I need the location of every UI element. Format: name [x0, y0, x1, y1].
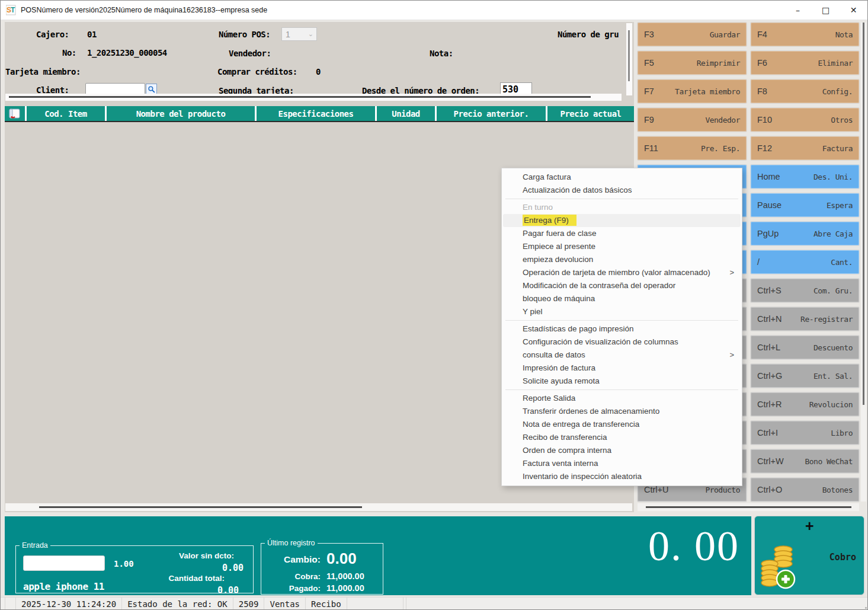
menu-item-operacion-tarjeta-miembro[interactable]: Operación de tarjeta de miembro (valor a…: [502, 266, 742, 279]
keypad-button-factura[interactable]: F12Factura: [751, 136, 859, 160]
keypad-button-reimprimir[interactable]: F5Reimprimir: [638, 51, 747, 75]
valor-sin-dcto-value: 0.00: [222, 563, 244, 573]
key-cap: Ctrl+U: [644, 485, 669, 494]
menu-item-bloqueo-maquina[interactable]: bloqueo de máquina: [502, 292, 742, 305]
cobro-button[interactable]: + Cobro: [754, 516, 864, 595]
menu-item-estadisticas-pago[interactable]: Estadísticas de pago impresión: [502, 322, 742, 336]
key-cap: Ctrl+S: [757, 286, 781, 295]
keypad-button-libro[interactable]: Ctrl+ILibro: [751, 421, 859, 445]
menu-item-label: empieza devolucion: [523, 255, 593, 264]
key-cap: Ctrl+L: [757, 343, 780, 352]
menu-item-actualizacion-datos[interactable]: Actualización de datos básicos: [502, 184, 742, 197]
keypad-horizontal-scrollbar[interactable]: [638, 503, 859, 511]
key-cap: F9: [644, 115, 654, 124]
window-title: POSNúmero de versión2025Número de máquin…: [21, 6, 267, 14]
menu-item-nota-entrega-transferencia[interactable]: Nota de entrega de transferencia: [502, 418, 742, 431]
keypad-button-des-uni[interactable]: HomeDes. Uni.: [751, 165, 859, 189]
cajero-label: Cajero:: [36, 30, 69, 39]
menu-item-modificacion-contrasena[interactable]: Modificación de la contraseña del operad…: [502, 279, 742, 292]
nota-label: Nota:: [430, 49, 453, 58]
keypad-button-revolucion[interactable]: Ctrl+RRevolucion: [751, 392, 859, 416]
keypad-button-abre-caja[interactable]: PgUpAbre Caja: [751, 222, 859, 245]
key-function: Revolucion: [809, 400, 853, 409]
window-controls: – □ ✕: [784, 1, 867, 20]
maximize-button[interactable]: □: [812, 1, 840, 20]
menu-item-pagar-fuera-clase[interactable]: Pagar fuera de clase: [502, 227, 742, 240]
menu-item-y-piel[interactable]: Y piel: [502, 305, 742, 318]
column-header-unidad[interactable]: Unidad: [377, 106, 435, 121]
menu-item-factura-venta-interna[interactable]: Factura venta interna: [502, 457, 742, 470]
keypad-vertical-scrollbar[interactable]: [861, 23, 866, 502]
menu-separator: [505, 199, 738, 199]
column-header-precio-anterior[interactable]: Precio anterior.: [437, 106, 546, 121]
comprar-creditos-label: Comprar créditos:: [217, 67, 297, 76]
keypad-button-nota[interactable]: F4Nota: [751, 23, 859, 46]
menu-item-transferir-ordenes[interactable]: Transferir órdenes de almacenamiento: [502, 405, 742, 418]
key-cap: F4: [757, 30, 767, 39]
menu-item-ayuda-remota[interactable]: Solicite ayuda remota: [502, 375, 742, 388]
keypad-button-com-gru[interactable]: Ctrl+SCom. Gru.: [751, 279, 859, 302]
minimize-button[interactable]: –: [784, 1, 812, 20]
form-vertical-scrollbar[interactable]: [626, 23, 632, 95]
keypad-button-otros[interactable]: F10Otros: [751, 108, 859, 132]
keypad-button-guardar[interactable]: F3Guardar: [638, 23, 747, 46]
column-header-precio-actual[interactable]: Precio actual: [547, 106, 634, 121]
menu-separator: [505, 320, 738, 321]
keypad-button-bono-wechat[interactable]: Ctrl+WBono WeChat: [751, 449, 859, 473]
resize-grip[interactable]: [865, 607, 867, 609]
keypad-button-pre-esp[interactable]: F11Pre. Esp.: [638, 136, 747, 160]
entrada-product-name: apple iphone 11: [23, 581, 104, 592]
keypad-button-botones[interactable]: Ctrl+OBotones: [751, 478, 859, 502]
checkout-panel: Entrada 1.00 apple iphone 11 Valor sin d…: [5, 516, 751, 595]
menu-item-label: bloqueo de máquina: [523, 294, 595, 303]
menu-item-consulta-datos[interactable]: consulta de datos>: [502, 349, 742, 362]
table-horizontal-scrollbar[interactable]: [5, 503, 632, 511]
column-header-cod-item[interactable]: Cod. Item: [27, 106, 105, 121]
menu-item-inventario-inspeccion[interactable]: Inventario de inspección aleatoria: [502, 470, 742, 483]
key-function: Des. Uni.: [813, 173, 853, 181]
keypad-button-eliminar[interactable]: F6Eliminar: [751, 51, 859, 75]
keypad-button-espera[interactable]: PauseEspera: [751, 193, 859, 217]
menu-item-recibo-transferencia[interactable]: Recibo de transferencia: [502, 431, 742, 444]
menu-item-carga-factura[interactable]: Carga factura: [502, 171, 742, 184]
receipt-icon-cell: [5, 106, 25, 121]
key-cap: F3: [644, 30, 654, 39]
keypad-button-cant[interactable]: /Cant.: [751, 250, 859, 274]
menu-item-empieza-devolucion[interactable]: empieza devolucion: [502, 253, 742, 266]
column-header-nombre[interactable]: Nombre del producto: [107, 106, 255, 121]
keypad-button-vendedor[interactable]: F9Vendedor: [638, 108, 747, 132]
key-function: Nota: [835, 30, 853, 39]
menu-item-empiece-al-presente[interactable]: Empiece al presente: [502, 240, 742, 253]
menu-item-configuracion-columnas[interactable]: Configuración de visualización de column…: [502, 336, 742, 349]
keypad-button-descuento[interactable]: Ctrl+LDescuento: [751, 336, 859, 359]
scrollbar-thumb[interactable]: [646, 506, 851, 508]
menu-item-orden-compra-interna[interactable]: Orden de compra interna: [502, 444, 742, 457]
scrollbar-thumb[interactable]: [628, 30, 630, 81]
scrollbar-thumb[interactable]: [9, 96, 591, 98]
scrollbar-thumb[interactable]: [39, 506, 362, 508]
keypad-button-re-registrar[interactable]: Ctrl+NRe-registrar: [751, 307, 859, 331]
segunda-tarjeta-label: Segunda tarjeta:: [219, 86, 294, 94]
entrada-legend: Entrada: [20, 541, 50, 550]
close-button[interactable]: ✕: [840, 1, 867, 20]
keypad-button-ent-sal[interactable]: Ctrl+GEnt. Sal.: [751, 364, 859, 388]
key-cap: Ctrl+R: [757, 400, 782, 409]
menu-item-entrega-f9[interactable]: Entrega (F9): [503, 214, 741, 227]
key-cap: F6: [757, 58, 767, 68]
menu-item-label: Reporte Salida: [523, 394, 575, 403]
numero-pos-select[interactable]: 1 ⌄: [281, 27, 317, 41]
submenu-arrow-icon: >: [729, 349, 734, 362]
key-function: Otros: [831, 116, 853, 124]
entrada-input[interactable]: [23, 555, 105, 571]
menu-item-impresion-factura[interactable]: Impresión de factura: [502, 362, 742, 375]
key-cap: Home: [757, 172, 780, 181]
menu-item-en-turno: En turno: [502, 201, 742, 214]
scrollbar-thumb[interactable]: [863, 23, 864, 405]
entrada-group: Entrada 1.00 apple iphone 11 Valor sin d…: [15, 541, 254, 593]
menu-item-label: Nota de entrega de transferencia: [523, 420, 639, 429]
column-header-especificaciones[interactable]: Especificaciones: [257, 106, 375, 121]
keypad-button-config[interactable]: F8Config.: [751, 79, 859, 103]
menu-item-reporte-salida[interactable]: Reporte Salida: [502, 392, 742, 405]
keypad-button-tarjeta-miembro[interactable]: F7Tarjeta miembro: [638, 79, 747, 103]
form-horizontal-scrollbar[interactable]: [5, 94, 622, 101]
